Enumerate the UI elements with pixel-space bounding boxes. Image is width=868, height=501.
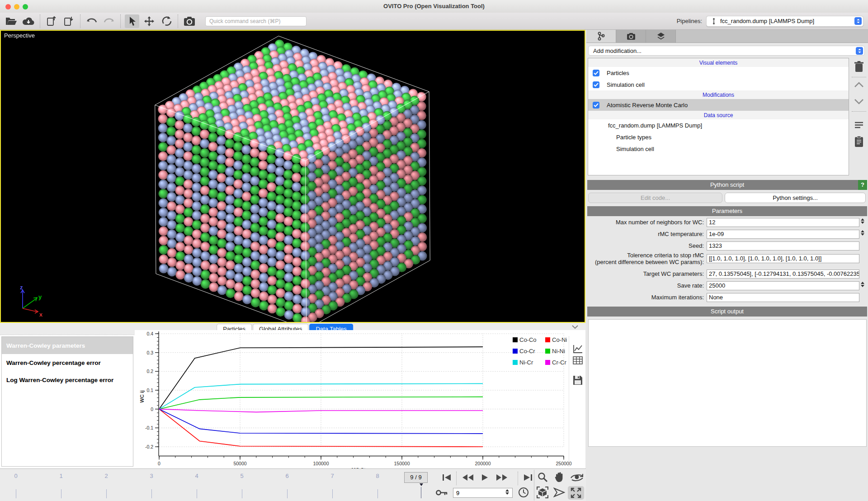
maximize-arrows-icon	[570, 487, 582, 499]
checkbox-checked-icon[interactable]	[593, 70, 599, 76]
zoom-mode-button[interactable]	[535, 471, 550, 483]
parameter-field[interactable]: [[1.0, 1.0, 1.0], [1.0, 1.0, 1.0], [1.0,…	[707, 254, 859, 263]
move-arrows-icon	[144, 16, 155, 27]
pipeline-item[interactable]: Atomistic Reverse Monte Carlo	[588, 99, 849, 111]
pipeline-item[interactable]: fcc_random.dump [LAMMPS Dump]	[588, 119, 849, 131]
skip-start-icon	[442, 474, 452, 481]
export-data-button[interactable]	[573, 375, 583, 385]
tab-render[interactable]	[616, 30, 646, 43]
viewport-menu-label[interactable]: Perspective	[4, 32, 35, 39]
parameter-field[interactable]: None	[707, 293, 859, 302]
remote-import-button[interactable]	[21, 14, 36, 28]
tab-layers[interactable]	[646, 30, 676, 43]
pipeline-selector[interactable]: fcc_random.dump [LAMMPS Dump]	[706, 16, 863, 27]
checkbox-checked-icon[interactable]	[593, 102, 599, 109]
svg-text:0.4: 0.4	[146, 331, 153, 336]
pipeline-item[interactable]: Simulation cell	[588, 143, 849, 155]
animation-settings-button[interactable]	[435, 486, 448, 499]
import-file-button[interactable]	[61, 14, 76, 28]
pan-mode-button[interactable]	[552, 471, 567, 483]
viewport-fov-button[interactable]	[552, 486, 567, 499]
pipeline-item-label: Particles	[607, 70, 629, 76]
copy-pipeline-button[interactable]	[854, 136, 863, 147]
maximize-viewport-button[interactable]	[568, 486, 584, 500]
pipeline-item[interactable]: Simulation cell	[588, 79, 849, 90]
frame-number-spinbox[interactable]	[453, 488, 513, 498]
undo-button[interactable]	[85, 14, 99, 28]
parameter-field[interactable]: 1e-09	[707, 230, 859, 239]
step-back-button[interactable]	[460, 471, 476, 484]
show-chart-button[interactable]	[573, 345, 583, 354]
stepper-icon[interactable]	[854, 17, 862, 25]
skip-end-icon	[523, 474, 533, 481]
timeline-tick	[61, 489, 61, 498]
parameter-field[interactable]: 27, 0.13575045], [-0.12794131, 0.1357504…	[707, 269, 859, 279]
animation-time-button[interactable]	[517, 486, 530, 499]
titlebar: OVITO Pro (Open Visualization Tool)	[0, 0, 868, 13]
redo-button[interactable]	[102, 14, 116, 28]
skip-to-start-button[interactable]	[439, 471, 455, 484]
data-inspector: Particles Global Attributes Data Tables …	[0, 323, 585, 468]
timeline-position-marker[interactable]	[420, 483, 423, 486]
parameter-field[interactable]: 1323	[707, 241, 859, 250]
spinner-arrows[interactable]	[861, 282, 864, 287]
tab-pipeline[interactable]	[586, 30, 616, 43]
select-mode-button[interactable]	[125, 14, 139, 28]
spinbox-arrows[interactable]	[505, 489, 509, 495]
parameter-field[interactable]: 12	[707, 218, 859, 227]
help-button[interactable]: ?	[858, 180, 867, 190]
checkbox-checked-icon[interactable]	[593, 81, 599, 88]
zoom-window-button[interactable]	[23, 4, 28, 9]
timeline-tick	[332, 489, 333, 498]
parameter-field[interactable]: 25000	[707, 281, 859, 290]
undo-icon	[86, 17, 98, 26]
list-item-wc-percentage-error[interactable]: Warren-Cowley percentage error	[2, 354, 133, 371]
edit-code-button[interactable]: Edit code...	[588, 193, 722, 203]
list-item-log-wc-percentage-error[interactable]: Log Warren-Cowley percentage error	[2, 371, 133, 388]
axis-tripod-icon: z y x	[13, 284, 48, 318]
spinner-arrows[interactable]	[861, 230, 864, 236]
list-item-wc-parameters[interactable]: Warren-Cowley parameters	[2, 337, 133, 354]
spinner-arrows[interactable]	[861, 218, 864, 224]
render-image-button[interactable]	[182, 14, 197, 28]
search-input[interactable]	[205, 16, 307, 26]
move-modifier-down-button[interactable]	[854, 99, 864, 105]
delete-modifier-button[interactable]	[854, 61, 864, 72]
move-mode-button[interactable]	[142, 14, 156, 28]
svg-text:Co-Co: Co-Co	[519, 336, 537, 343]
command-panel-tabs	[586, 30, 868, 43]
cursor-arrow-icon	[128, 16, 136, 26]
close-window-button[interactable]	[5, 4, 11, 9]
particle-render-canvas[interactable]	[1, 31, 585, 322]
play-button[interactable]	[476, 471, 493, 484]
layers-icon	[657, 32, 665, 40]
rotate-mode-button[interactable]	[159, 14, 174, 28]
zoom-scene-extents-button[interactable]	[535, 486, 550, 499]
svg-text:Ni-Ni: Ni-Ni	[552, 348, 565, 354]
svg-text:Cr-Cr: Cr-Cr	[552, 359, 566, 366]
clock-icon	[518, 487, 529, 498]
move-modifier-up-button[interactable]	[854, 81, 864, 88]
pipeline-branch-icon	[597, 32, 605, 41]
viewport-3d[interactable]: Perspective z y x	[0, 30, 585, 323]
window-title: OVITO Pro (Open Visualization Tool)	[0, 0, 868, 13]
minimize-window-button[interactable]	[14, 4, 19, 9]
stepper-icon[interactable]	[856, 47, 863, 55]
show-table-button[interactable]	[573, 356, 583, 364]
view-cone-icon	[553, 487, 565, 497]
orbit-mode-button[interactable]	[569, 471, 585, 483]
add-modification-dropdown[interactable]: Add modification...	[588, 46, 865, 56]
hand-icon	[554, 472, 564, 482]
pipeline-item[interactable]: Particle types	[588, 131, 849, 143]
toggle-list-button[interactable]	[854, 121, 864, 128]
export-file-button[interactable]	[44, 14, 59, 28]
parameter-label: Seed:	[586, 242, 704, 249]
step-forward-button[interactable]	[494, 471, 510, 484]
collapse-inspector-button[interactable]	[572, 325, 578, 329]
playback-separator	[518, 472, 518, 485]
timeline-frame-number: 8	[376, 473, 379, 479]
animation-timeline[interactable]: 012345678 9 / 9	[0, 468, 586, 501]
open-file-button[interactable]	[4, 14, 19, 28]
python-settings-button[interactable]: Python settings...	[725, 193, 866, 203]
pipeline-item[interactable]: Particles	[588, 67, 849, 79]
